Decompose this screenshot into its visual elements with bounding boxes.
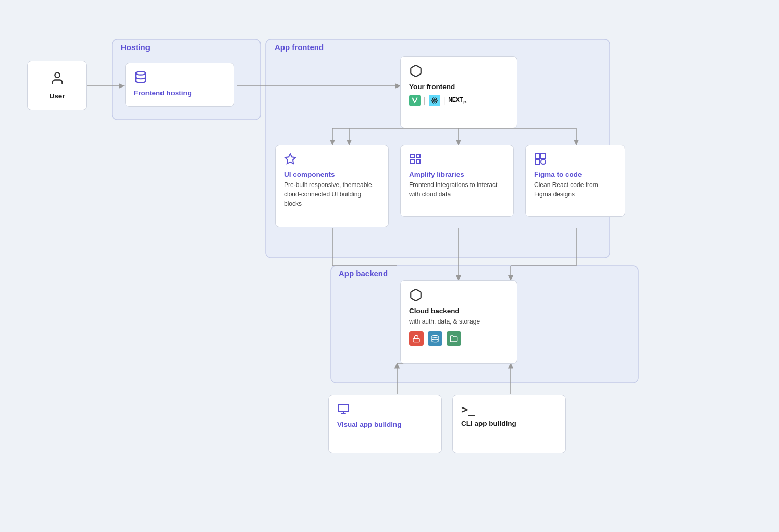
svg-point-27 [434, 100, 435, 101]
amplify-libraries-box: Amplify libraries Frontend integrations … [400, 145, 514, 217]
vue-icon [409, 95, 421, 106]
app-backend-label: App backend [339, 269, 388, 278]
svg-rect-37 [535, 159, 540, 164]
ui-components-box: UI components Pre-built responsive, them… [275, 145, 389, 227]
svg-rect-36 [541, 154, 546, 158]
user-title: User [36, 92, 78, 100]
svg-point-40 [432, 335, 438, 337]
user-icon [36, 71, 78, 89]
svg-point-25 [55, 73, 59, 78]
nextjs-label: NEXT.js [448, 96, 466, 104]
svg-point-26 [135, 71, 146, 75]
your-frontend-title: Your frontend [409, 83, 509, 91]
svg-rect-35 [535, 154, 540, 158]
your-frontend-box: Your frontend | | NEXT.js [400, 56, 517, 128]
app-frontend-label: App frontend [275, 43, 324, 52]
cli-app-building-box: >_ CLI app building [452, 395, 566, 453]
amplify-libraries-title: Amplify libraries [409, 170, 505, 178]
tech-divider-1: | [424, 96, 426, 105]
svg-point-28 [431, 100, 438, 102]
diagram-container: Hosting App frontend App backend User Fr… [0, 0, 779, 532]
data-service-icon [428, 331, 442, 346]
figma-to-code-subtitle: Clean React code from Figma designs [534, 180, 616, 199]
svg-rect-31 [411, 154, 414, 158]
svg-rect-33 [411, 160, 414, 164]
cloud-backend-title: Cloud backend [409, 307, 509, 315]
ui-components-subtitle: Pre-built responsive, themeable, cloud-c… [284, 180, 380, 208]
visual-app-building-box: Visual app building [328, 395, 442, 453]
cloud-backend-subtitle: with auth, data, & storage [409, 317, 509, 326]
svg-rect-34 [416, 160, 420, 164]
figma-to-code-box: Figma to code Clean React code from Figm… [525, 145, 625, 217]
amplify-libraries-subtitle: Frontend integrations to interact with c… [409, 180, 505, 199]
tech-divider-2: | [443, 96, 446, 105]
hosting-label: Hosting [121, 43, 150, 52]
amplify-libraries-icon [409, 153, 505, 167]
frontend-hosting-icon [134, 70, 226, 86]
auth-service-icon [409, 331, 424, 346]
cli-app-building-icon: >_ [461, 403, 557, 416]
tech-icons-row: | | NEXT.js [409, 95, 509, 106]
frontend-hosting-box: Frontend hosting [125, 63, 234, 107]
ui-components-icon [284, 153, 380, 167]
cloud-backend-box: Cloud backend with auth, data, & storage [400, 280, 517, 364]
svg-point-38 [541, 159, 546, 164]
svg-rect-39 [413, 338, 419, 342]
your-frontend-icon [409, 64, 509, 80]
service-icons-row [409, 331, 509, 346]
figma-to-code-title: Figma to code [534, 170, 616, 178]
storage-service-icon [447, 331, 461, 346]
cli-app-building-title: CLI app building [461, 419, 557, 427]
frontend-hosting-title: Frontend hosting [134, 89, 226, 97]
user-box: User [27, 61, 87, 110]
svg-rect-41 [338, 404, 349, 412]
cloud-backend-icon [409, 288, 509, 304]
ui-components-title: UI components [284, 170, 380, 178]
visual-app-building-title: Visual app building [337, 420, 433, 428]
figma-to-code-icon [534, 153, 616, 167]
visual-app-building-icon [337, 403, 433, 417]
react-icon [429, 95, 440, 106]
svg-rect-32 [416, 154, 420, 158]
